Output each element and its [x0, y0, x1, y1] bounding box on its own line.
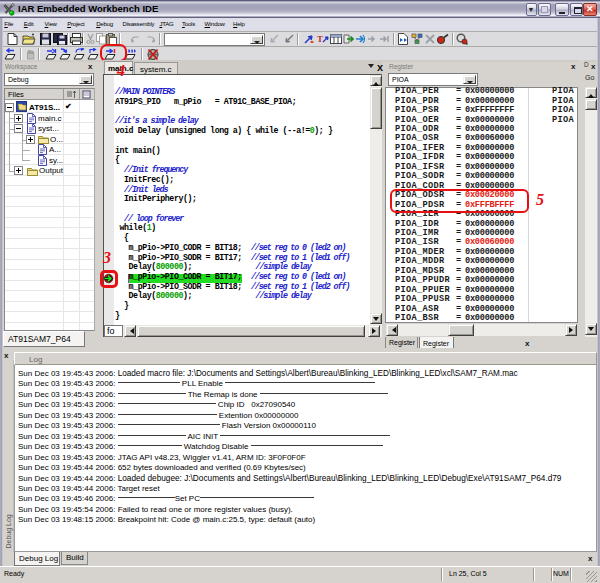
svg-text:T: T	[317, 34, 323, 44]
